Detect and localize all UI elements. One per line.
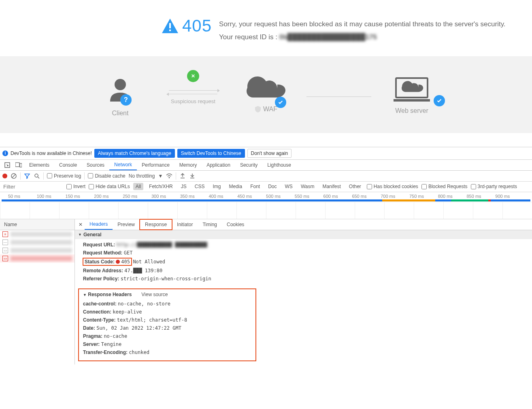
disable-cache-checkbox[interactable]: Disable cache [88,173,125,179]
request-row[interactable]: ▭ [0,246,74,254]
svg-point-10 [35,174,38,177]
timeline-tick: 400 ms [209,194,237,199]
timeline-tick: 900 ms [495,194,524,199]
match-language-button[interactable]: Always match Chrome's language [94,149,175,158]
detail-tab-headers[interactable]: Headers [85,219,113,230]
tab-application[interactable]: Application [202,160,235,170]
filter-input[interactable] [2,183,63,191]
upload-icon[interactable] [179,173,186,179]
request-row[interactable]: ▭ [0,254,74,263]
error-message: Sorry, your request has been blocked as … [219,18,506,31]
suspicious-connector: ✕ Suspicious request [161,76,226,117]
wifi-icon[interactable] [166,173,172,179]
response-header-row: Transfer-Encoding: chunked [83,348,251,356]
blocked-cookies-checkbox[interactable]: Has blocked cookies [367,184,418,189]
info-icon: i [2,150,8,156]
request-id-value: 0b████████████████175 [279,33,377,41]
svg-rect-1 [169,30,171,31]
client-node: ? Client [80,76,161,117]
general-section-header[interactable]: ▼General [75,230,532,239]
detail-tab-timing[interactable]: Timing [198,220,222,229]
dont-show-button[interactable]: Don't show again [247,149,292,158]
tab-elements[interactable]: Elements [24,160,54,170]
device-icon[interactable] [13,160,24,170]
throttling-select[interactable]: No throttling [129,173,155,179]
search-icon[interactable] [34,173,40,179]
clear-icon[interactable] [11,173,17,179]
detail-tab-initiator[interactable]: Initiator [172,220,198,229]
record-button[interactable] [2,174,7,178]
response-header-row: Connection: keep-alive [83,308,251,316]
filter-type-other[interactable]: Other [347,183,364,190]
timeline[interactable]: 50 ms100 ms150 ms200 ms250 ms300 ms350 m… [0,192,532,219]
response-headers-header[interactable]: ▼ Response Headers View source [83,292,251,297]
tab-memory[interactable]: Memory [174,160,202,170]
response-header-row: cache-control: no-cache, no-store [83,300,251,308]
detail-tab-preview[interactable]: Preview [113,220,140,229]
filter-type-fetch[interactable]: Fetch/XHR [147,183,175,190]
server-label: Web server [395,107,428,114]
preserve-log-checkbox[interactable]: Preserve log [47,173,81,179]
download-icon[interactable] [189,173,196,179]
tab-performance[interactable]: Performance [137,160,174,170]
error-code: 405 [182,16,212,36]
timeline-tick: 650 ms [352,194,381,199]
detail-tab-cookies[interactable]: Cookies [222,220,249,229]
request-row[interactable]: — [0,238,74,246]
request-method-row: Request Method: GET [83,249,524,257]
tab-security[interactable]: Security [235,160,262,170]
devtools-tabs: Elements Console Sources Network Perform… [0,160,532,171]
filter-icon[interactable] [24,173,30,179]
tab-sources[interactable]: Sources [82,160,109,170]
filter-type-css[interactable]: CSS [192,183,207,190]
view-source-link[interactable]: View source [141,292,168,297]
request-details: ✕ Headers Preview Response Initiator Tim… [75,219,532,364]
filter-type-doc[interactable]: Doc [266,183,279,190]
filter-type-ws[interactable]: WS [283,183,295,190]
detail-tab-response[interactable]: Response [139,219,172,230]
close-icon[interactable]: ✕ [77,219,85,230]
language-banner: i DevTools is now available in Chinese! … [0,147,532,160]
filter-bar: Invert Hide data URLs All Fetch/XHR JS C… [0,182,532,192]
remote-address-row: Remote Address: 47.███ 139:80 [83,267,524,275]
suspicious-caption: Suspicious request [171,98,215,104]
tab-lighthouse[interactable]: Lighthouse [262,160,296,170]
filter-type-all[interactable]: All [133,183,143,190]
status-code-row: Status Code: 405 Not Allowed [83,257,524,267]
timeline-tick: 50 ms [8,194,37,199]
filter-type-manifest[interactable]: Manifest [320,183,343,190]
tab-network[interactable]: Network [109,160,137,170]
error-page: 405 Sorry, your request has been blocked… [0,0,532,133]
invert-checkbox[interactable]: Invert [66,184,85,189]
timeline-tick: 450 ms [237,194,266,199]
name-column-header[interactable]: Name [0,219,74,230]
svg-rect-7 [20,163,22,167]
blocked-requests-checkbox[interactable]: Blocked Requests [421,184,468,189]
inspect-icon[interactable] [2,160,13,170]
timeline-tick: 850 ms [467,194,496,199]
timeline-tick: 250 ms [123,194,151,199]
timeline-tick: 100 ms [37,194,66,199]
waf-label: WAF [263,106,277,113]
warning-icon [162,19,178,33]
timeline-tick: 700 ms [381,194,409,199]
tab-console[interactable]: Console [54,160,82,170]
filter-type-js[interactable]: JS [179,183,189,190]
filter-type-font[interactable]: Font [248,183,262,190]
request-url-row: Request URL: http://████████████ ███████… [83,241,524,249]
response-header-row: Content-Type: text/html; charset=utf-8 [83,316,251,324]
status-dot-icon [116,260,120,264]
diagram-band: ? Client ✕ Suspicious request WAF [0,56,532,133]
banner-text: DevTools is now available in Chinese! [11,150,92,156]
filter-type-img[interactable]: Img [210,183,223,190]
hide-data-urls-checkbox[interactable]: Hide data URLs [89,184,130,189]
help-badge: ? [120,94,132,106]
svg-point-2 [115,79,126,90]
svg-rect-4 [394,99,430,102]
check-icon [434,95,445,106]
switch-language-button[interactable]: Switch DevTools to Chinese [177,149,245,158]
request-row[interactable]: ≡ [0,230,74,238]
filter-type-media[interactable]: Media [226,183,245,190]
filter-type-wasm[interactable]: Wasm [298,183,317,190]
third-party-checkbox[interactable]: 3rd-party requests [471,184,517,189]
